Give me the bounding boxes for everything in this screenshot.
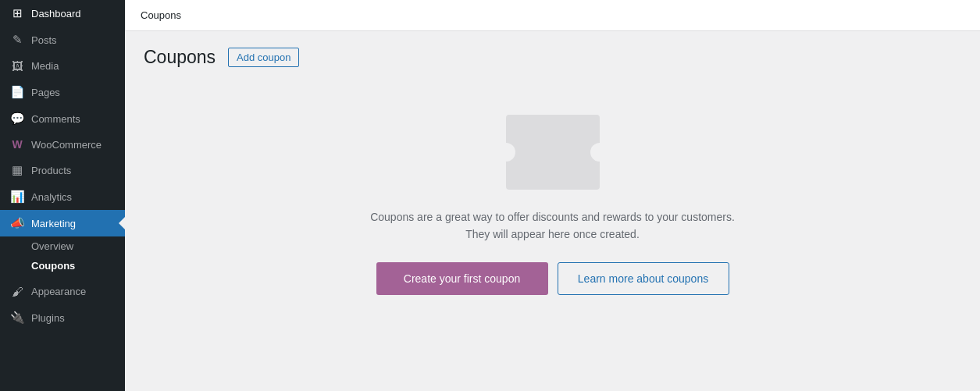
sidebar-item-dashboard[interactable]: ⊞ Dashboard — [0, 0, 125, 27]
subitem-label: Overview — [31, 240, 73, 252]
sidebar-item-appearance[interactable]: 🖌 Appearance — [0, 279, 125, 304]
analytics-icon: 📊 — [9, 190, 25, 204]
sidebar-item-plugins[interactable]: 🔌 Plugins — [0, 304, 125, 331]
sidebar-item-products[interactable]: ▦ Products — [0, 157, 125, 183]
sidebar-item-marketing[interactable]: 📣 Marketing — [0, 210, 125, 236]
media-icon: 🖼 — [9, 59, 25, 73]
sidebar-item-comments[interactable]: 💬 Comments — [0, 105, 125, 132]
sidebar-item-label: WooCommerce — [31, 139, 102, 151]
sidebar: ⊞ Dashboard ✎ Posts 🖼 Media 📄 Pages 💬 Co… — [0, 0, 125, 391]
empty-actions: Create your first coupon Learn more abou… — [376, 262, 729, 295]
learn-more-coupons-button[interactable]: Learn more about coupons — [558, 262, 729, 295]
sidebar-item-label: Pages — [31, 87, 60, 98]
sidebar-item-pages[interactable]: 📄 Pages — [0, 79, 125, 105]
pages-icon: 📄 — [9, 85, 25, 99]
sidebar-item-woocommerce[interactable]: W WooCommerce — [0, 132, 125, 157]
sidebar-item-label: Posts — [31, 34, 57, 46]
sidebar-subitem-overview[interactable]: Overview — [0, 236, 125, 256]
posts-icon: ✎ — [9, 33, 25, 47]
woocommerce-icon: W — [9, 138, 25, 151]
sidebar-item-label: Media — [31, 60, 59, 72]
topbar-title: Coupons — [141, 9, 181, 21]
main-content: Coupons Coupons Add coupon Coupons are a… — [125, 0, 980, 391]
appearance-icon: 🖌 — [9, 285, 25, 298]
sidebar-item-label: Marketing — [31, 218, 76, 229]
subitem-label: Coupons — [31, 260, 75, 272]
products-icon: ▦ — [9, 163, 25, 177]
comments-icon: 💬 — [9, 112, 25, 126]
page-title: Coupons — [144, 47, 216, 68]
sidebar-item-analytics[interactable]: 📊 Analytics — [0, 183, 125, 210]
sidebar-item-label: Plugins — [31, 312, 65, 324]
sidebar-item-label: Dashboard — [31, 8, 81, 20]
sidebar-item-label: Analytics — [31, 191, 72, 203]
dashboard-icon: ⊞ — [9, 6, 25, 20]
empty-state: Coupons are a great way to offer discoun… — [144, 84, 961, 326]
sidebar-item-label: Products — [31, 165, 71, 176]
content-area: Coupons Add coupon Coupons are a great w… — [125, 31, 980, 391]
marketing-icon: 📣 — [9, 216, 25, 230]
sidebar-item-label: Comments — [31, 113, 80, 125]
sidebar-item-posts[interactable]: ✎ Posts — [0, 27, 125, 53]
add-coupon-button[interactable]: Add coupon — [228, 48, 299, 67]
topbar: Coupons — [125, 0, 980, 31]
page-header: Coupons Add coupon — [144, 47, 961, 68]
plugins-icon: 🔌 — [9, 311, 25, 325]
sidebar-item-media[interactable]: 🖼 Media — [0, 53, 125, 79]
empty-description: Coupons are a great way to offer discoun… — [365, 208, 740, 243]
sidebar-item-label: Appearance — [31, 286, 86, 297]
coupon-illustration — [506, 115, 600, 190]
sidebar-subitem-coupons[interactable]: Coupons — [0, 256, 125, 275]
create-first-coupon-button[interactable]: Create your first coupon — [376, 262, 548, 295]
